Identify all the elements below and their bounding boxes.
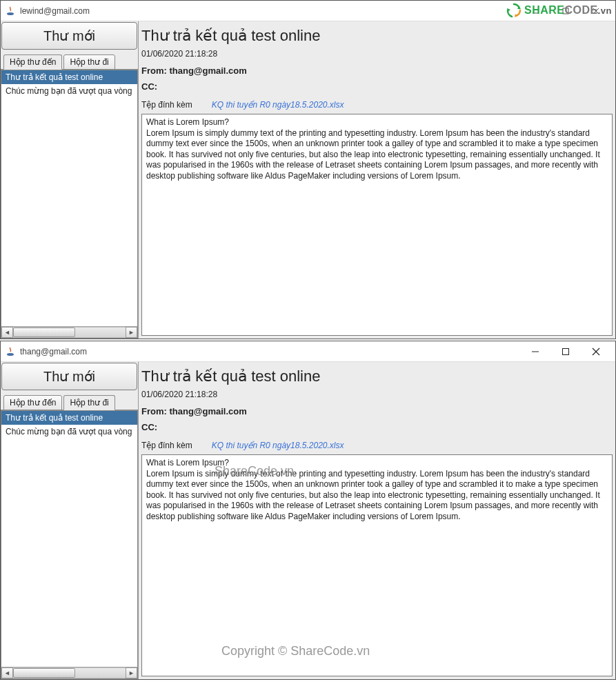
folder-tabs: Hộp thư đến Hộp thư đi [1, 50, 138, 70]
mail-row[interactable]: Thư trả kết quả test online [1, 70, 137, 84]
svg-rect-10 [563, 348, 569, 354]
window-1: lewind@gmail.com Thư mới Hộp thư đến Hộp… [0, 0, 616, 339]
page: SHARECODE.vn lewind@gmail.com Thư mới Hộ… [0, 0, 616, 680]
scroll-track[interactable] [13, 327, 126, 338]
cc-line: CC: [141, 79, 613, 94]
window-2: thang@gmail.com Thư mới Hộp thư đến Hộp … [0, 341, 616, 680]
minimize-button[interactable] [520, 1, 550, 21]
mail-list[interactable]: Thư trả kết quả test online Chúc mừng bạ… [1, 410, 138, 679]
from-label: From: [141, 66, 169, 76]
titlebar[interactable]: lewind@gmail.com [1, 1, 615, 21]
mail-timestamp: 01/06/2020 21:18:28 [141, 388, 613, 403]
attachment-link[interactable]: KQ thi tuyển R0 ngày18.5.2020.xlsx [212, 441, 344, 450]
mail-subject: Thư trả kết quả test online [141, 23, 613, 48]
compose-label: Thư mới [43, 368, 95, 385]
attachment-row: Tệp đính kèm KQ thi tuyển R0 ngày18.5.20… [141, 435, 613, 454]
from-value: thang@gmail.com [169, 406, 246, 416]
tab-sent[interactable]: Hộp thư đi [63, 395, 115, 410]
svg-point-3 [7, 12, 14, 15]
cc-line: CC: [141, 419, 613, 435]
horizontal-scrollbar[interactable]: ◄ ► [1, 326, 137, 338]
minimize-button[interactable] [520, 342, 550, 361]
svg-rect-5 [563, 8, 568, 14]
compose-label: Thư mới [43, 28, 95, 44]
compose-button[interactable]: Thư mới [1, 363, 137, 390]
attachment-link[interactable]: KQ thi tuyển R0 ngày18.5.2020.xlsx [212, 100, 344, 110]
scroll-left-button[interactable]: ◄ [1, 667, 13, 678]
scroll-right-button[interactable]: ► [126, 667, 137, 678]
mail-body[interactable]: What is Lorem Ipsum? Lorem Ipsum is simp… [141, 114, 613, 336]
compose-button[interactable]: Thư mới [1, 22, 137, 50]
from-value: thang@gmail.com [169, 66, 246, 76]
folder-tabs: Hộp thư đến Hộp thư đi [1, 391, 138, 410]
scroll-left-button[interactable]: ◄ [1, 327, 13, 338]
mail-row[interactable]: Chúc mừng bạn đã vượt qua vòng [1, 84, 137, 98]
tab-inbox[interactable]: Hộp thư đến [3, 54, 62, 70]
close-button[interactable] [581, 342, 611, 361]
window-controls [520, 1, 611, 21]
from-line: From: thang@gmail.com [141, 63, 613, 79]
mail-body[interactable]: What is Lorem Ipsum? Lorem Ipsum is simp… [141, 454, 613, 676]
maximize-button[interactable] [550, 342, 581, 361]
mail-timestamp: 01/06/2020 21:18:28 [141, 48, 613, 63]
svg-point-8 [7, 353, 14, 356]
from-label: From: [141, 406, 169, 416]
attachment-label: Tệp đính kèm [141, 100, 192, 110]
mail-row[interactable]: Thư trả kết quả test online [1, 411, 137, 425]
scroll-thumb[interactable] [13, 668, 75, 678]
scroll-thumb[interactable] [13, 328, 75, 337]
left-panel: Thư mới Hộp thư đến Hộp thư đi Thư trả k… [1, 21, 139, 339]
attachment-label: Tệp đính kèm [141, 441, 192, 450]
java-icon [5, 6, 16, 17]
window-body: Thư mới Hộp thư đến Hộp thư đi Thư trả k… [1, 362, 615, 679]
window-title: lewind@gmail.com [20, 6, 520, 16]
horizontal-scrollbar[interactable]: ◄ ► [1, 667, 137, 678]
attachment-row: Tệp đính kèm KQ thi tuyển R0 ngày18.5.20… [141, 94, 613, 114]
window-body: Thư mới Hộp thư đến Hộp thư đi Thư trả k… [1, 21, 615, 339]
from-line: From: thang@gmail.com [141, 403, 613, 419]
mail-detail: Thư trả kết quả test online 01/06/2020 2… [139, 362, 615, 679]
window-controls [520, 342, 611, 361]
mail-detail: Thư trả kết quả test online 01/06/2020 2… [139, 21, 615, 339]
scroll-track[interactable] [13, 667, 126, 678]
scroll-right-button[interactable]: ► [126, 327, 137, 338]
java-icon [5, 346, 16, 357]
tab-sent[interactable]: Hộp thư đi [63, 54, 115, 70]
window-title: thang@gmail.com [20, 347, 520, 356]
mail-subject: Thư trả kết quả test online [141, 363, 613, 388]
titlebar[interactable]: thang@gmail.com [1, 341, 615, 362]
cc-label: CC: [141, 81, 157, 92]
maximize-button[interactable] [550, 1, 581, 21]
tab-inbox[interactable]: Hộp thư đến [3, 395, 62, 410]
mail-list[interactable]: Thư trả kết quả test online Chúc mừng bạ… [1, 70, 138, 339]
mail-row[interactable]: Chúc mừng bạn đã vượt qua vòng [1, 425, 137, 439]
left-panel: Thư mới Hộp thư đến Hộp thư đi Thư trả k… [1, 362, 139, 679]
cc-label: CC: [141, 422, 157, 432]
close-button[interactable] [581, 1, 611, 21]
